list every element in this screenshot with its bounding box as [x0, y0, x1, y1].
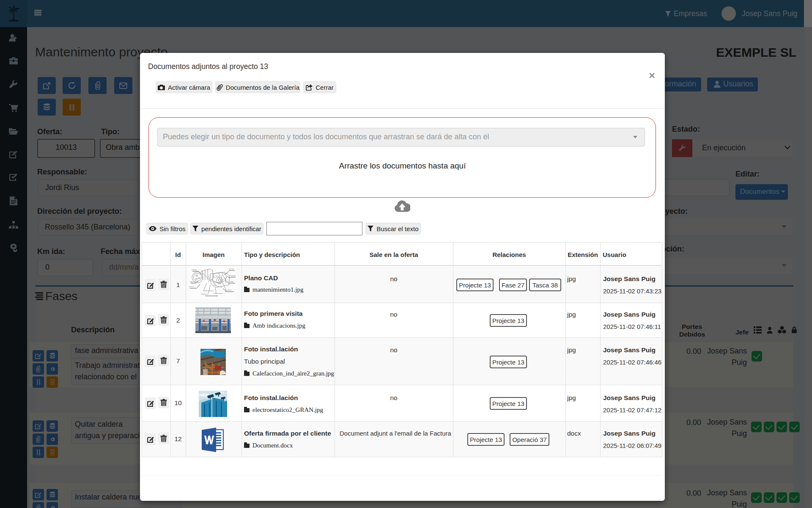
svg-text:VALVULA: VALVULA — [190, 281, 196, 283]
svg-text:TURBINA: TURBINA — [230, 275, 236, 277]
svg-text:FILTRO: FILTRO — [189, 286, 194, 288]
svg-text:BOMBA: BOMBA — [192, 269, 197, 271]
svg-text:LLAMA: LLAMA — [229, 281, 233, 283]
svg-text:MOTOR: MOTOR — [229, 268, 234, 270]
svg-text:CONTROL: CONTROL — [225, 290, 232, 291]
